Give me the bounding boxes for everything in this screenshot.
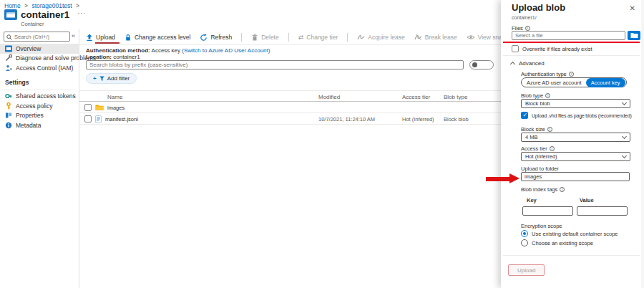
auth-method-value: Access key bbox=[152, 47, 180, 54]
annotation-underline-upload bbox=[95, 42, 119, 44]
blob-name[interactable]: images bbox=[107, 105, 125, 111]
file-select-input[interactable] bbox=[512, 31, 625, 40]
change-access-level-button[interactable]: Change access level bbox=[125, 34, 190, 42]
lease-icon bbox=[357, 34, 365, 41]
container-icon bbox=[4, 9, 17, 23]
toolbar-separator bbox=[241, 33, 242, 42]
tag-value-header: Value bbox=[580, 197, 594, 203]
wrench-icon bbox=[5, 54, 12, 62]
location-label: Location: bbox=[86, 54, 112, 60]
auth-method-label: Authentication method: bbox=[86, 47, 150, 54]
panel-container-path: container1/ bbox=[512, 15, 537, 20]
toggle-switch[interactable] bbox=[469, 60, 494, 69]
vhd-checkbox[interactable] bbox=[521, 112, 528, 119]
column-header-blob-type[interactable]: Blob type bbox=[444, 91, 467, 102]
sidebar-item-label: Overview bbox=[16, 45, 41, 52]
panel-divider bbox=[503, 55, 640, 56]
page-header: container1 ··· bbox=[4, 9, 86, 23]
upload-blob-panel: Upload blob ✕ container1/ Files Overwrit… bbox=[501, 0, 644, 288]
vhd-checkbox-row[interactable]: Upload .vhd files as page blobs (recomme… bbox=[521, 112, 632, 119]
blob-index-tags-label: Blob index tags bbox=[521, 186, 565, 193]
refresh-button[interactable]: Refresh bbox=[200, 34, 232, 42]
blob-name[interactable]: manifest.jsonl bbox=[105, 116, 138, 123]
overwrite-label: Overwrite if files already exist bbox=[522, 46, 592, 52]
auth-type-segmented-control: Azure AD user account Account key bbox=[521, 77, 627, 87]
tag-value-input[interactable] bbox=[577, 206, 628, 216]
sidebar-item-shared-access-tokens[interactable]: Shared access tokens bbox=[0, 92, 79, 102]
sidebar-divider bbox=[0, 90, 73, 90]
toggle-knob bbox=[472, 62, 477, 67]
encryption-default-scope-option[interactable]: Use existing default container scope bbox=[521, 230, 618, 237]
encryption-existing-scope-option[interactable]: Choose an existing scope bbox=[521, 239, 593, 246]
column-header-modified[interactable]: Modified bbox=[318, 91, 340, 102]
change-tier-button[interactable]: ⇄ Change tier bbox=[298, 34, 338, 41]
chevron-down-icon bbox=[622, 153, 627, 158]
breadcrumb-link-storage[interactable]: storage001test bbox=[31, 2, 72, 9]
tag-key-header: Key bbox=[527, 197, 537, 203]
break-lease-button[interactable]: Break lease bbox=[414, 34, 457, 41]
breadcrumb: Home > storage001test > bbox=[4, 2, 82, 9]
collapse-sidebar-icon[interactable]: « bbox=[72, 32, 75, 39]
overwrite-checkbox[interactable] bbox=[512, 45, 519, 52]
radio-selected[interactable] bbox=[521, 230, 528, 237]
overview-container-icon bbox=[5, 45, 12, 52]
blob-type-label: Blob type bbox=[521, 92, 550, 99]
sidebar-item-overview[interactable]: Overview bbox=[0, 44, 79, 54]
add-filter-button[interactable]: + Add filter bbox=[86, 73, 137, 84]
column-header-name[interactable]: Name bbox=[107, 91, 122, 102]
blob-type: Block blob bbox=[444, 113, 469, 125]
breadcrumb-link-home[interactable]: Home bbox=[4, 2, 21, 9]
access-tier-dropdown[interactable]: Hot (Inferred) bbox=[521, 152, 630, 161]
blob-type-dropdown[interactable]: Block blob bbox=[521, 99, 630, 108]
folder-icon bbox=[95, 104, 104, 111]
auth-type-label: Authentication type bbox=[521, 71, 574, 77]
block-size-dropdown[interactable]: 4 MB bbox=[521, 133, 630, 142]
info-icon bbox=[525, 26, 530, 31]
sidebar-item-diagnose[interactable]: Diagnose and solve problems bbox=[0, 54, 79, 64]
upload-button[interactable]: Upload bbox=[86, 34, 115, 42]
encryption-scope-label: Encryption scope bbox=[521, 223, 562, 229]
toolbar-separator bbox=[347, 33, 348, 42]
delete-button[interactable]: Delete bbox=[251, 34, 279, 42]
segment-account-key[interactable]: Account key bbox=[586, 78, 625, 87]
switch-auth-link[interactable]: (Switch to Azure AD User Account) bbox=[182, 47, 270, 54]
row-checkbox[interactable] bbox=[84, 115, 92, 123]
sidebar-settings-heading: Settings bbox=[0, 79, 79, 88]
lock-icon bbox=[125, 34, 132, 42]
info-icon bbox=[569, 72, 574, 77]
blob-prefix-search-input[interactable] bbox=[86, 60, 464, 69]
panel-divider bbox=[503, 255, 640, 256]
sidebar-search-input[interactable] bbox=[14, 34, 67, 40]
upload-to-folder-input[interactable] bbox=[521, 172, 630, 181]
breadcrumb-separator: > bbox=[24, 2, 28, 9]
radio-unselected[interactable] bbox=[521, 239, 528, 246]
segment-azure-ad[interactable]: Azure AD user account bbox=[522, 79, 586, 87]
filter-funnel-icon bbox=[99, 76, 104, 82]
column-header-access-tier[interactable]: Access tier bbox=[402, 91, 430, 102]
file-picker bbox=[512, 31, 641, 40]
panel-scrollbar[interactable] bbox=[641, 0, 644, 288]
more-menu-icon[interactable]: ··· bbox=[77, 9, 86, 16]
sidebar-item-access-policy[interactable]: Access policy bbox=[0, 101, 79, 111]
sidebar-item-properties[interactable]: Properties bbox=[0, 111, 79, 121]
sidebar-item-label: Access Control (IAM) bbox=[16, 64, 73, 72]
advanced-section-toggle[interactable]: Advanced bbox=[511, 60, 545, 67]
browse-files-button[interactable] bbox=[628, 31, 640, 40]
location-line: Location: container1 bbox=[86, 54, 140, 60]
refresh-icon bbox=[200, 34, 208, 42]
authentication-method-line: Authentication method: Access key (Switc… bbox=[86, 47, 270, 54]
token-icon bbox=[5, 92, 12, 100]
change-tier-icon: ⇄ bbox=[298, 34, 304, 41]
sidebar-item-label: Shared access tokens bbox=[16, 92, 76, 100]
sidebar-item-metadata[interactable]: Metadata bbox=[0, 120, 79, 130]
panel-upload-button[interactable]: Upload bbox=[508, 264, 545, 276]
tag-key-input[interactable] bbox=[522, 206, 573, 216]
info-icon bbox=[550, 146, 555, 151]
overwrite-checkbox-row[interactable]: Overwrite if files already exist bbox=[512, 45, 592, 52]
close-icon[interactable]: ✕ bbox=[630, 4, 635, 12]
sidebar-item-access-control[interactable]: Access Control (IAM) bbox=[0, 63, 79, 73]
row-checkbox[interactable] bbox=[84, 104, 92, 111]
sidebar-search[interactable] bbox=[4, 32, 70, 42]
page-title: container1 bbox=[21, 9, 69, 20]
acquire-lease-button[interactable]: Acquire lease bbox=[357, 34, 405, 41]
